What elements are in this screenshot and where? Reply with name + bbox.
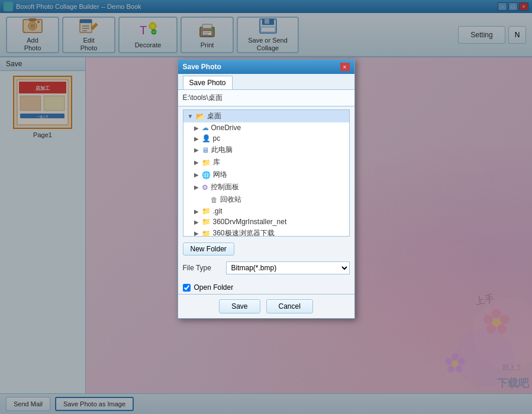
open-folder-row: Open Folder bbox=[178, 281, 354, 294]
dialog-form: File Type Bitmap(*.bmp) JPEG(*.jpg) PNG(… bbox=[178, 258, 354, 281]
tree-item-git[interactable]: ▶ 📁 .git bbox=[183, 206, 349, 216]
tree-label-360drv: 360DrvMgrInstaller_net bbox=[213, 218, 287, 226]
folder-control-icon: ⚙ bbox=[202, 183, 208, 192]
file-type-label: File Type bbox=[183, 264, 221, 272]
folder-network-icon: 🌐 bbox=[202, 171, 211, 179]
save-photo-dialog: Save Photo × Save Photo E:\tools\桌面 ▼ 📂 … bbox=[178, 59, 355, 319]
file-type-select[interactable]: Bitmap(*.bmp) JPEG(*.jpg) PNG(*.png) GIF… bbox=[226, 261, 350, 274]
folder-library-icon: 📁 bbox=[202, 159, 211, 167]
folder-360-icon: 📁 bbox=[202, 218, 211, 226]
tree-item-desktop[interactable]: ▼ 📂 桌面 bbox=[183, 110, 349, 122]
tree-item-360drv[interactable]: ▶ 📁 360DrvMgrInstaller_net bbox=[183, 216, 349, 227]
file-type-row: File Type Bitmap(*.bmp) JPEG(*.jpg) PNG(… bbox=[183, 261, 350, 274]
dialog-new-folder-row: New Folder bbox=[178, 240, 354, 258]
folder-user-icon: 👤 bbox=[202, 134, 211, 143]
tree-label-git: .git bbox=[213, 207, 223, 215]
tree-item-this-pc[interactable]: ▶ 🖥 此电脑 bbox=[183, 144, 349, 156]
tree-label-recycle: 回收站 bbox=[220, 195, 241, 205]
expand-icon: ▶ bbox=[192, 124, 201, 132]
new-folder-button[interactable]: New Folder bbox=[183, 242, 234, 255]
folder-open-icon: 📂 bbox=[196, 112, 205, 121]
expand-icon: ▶ bbox=[192, 218, 201, 226]
tree-label-control-panel: 控制面板 bbox=[211, 182, 239, 192]
expand-icon: ▶ bbox=[192, 146, 201, 154]
tree-item-pc[interactable]: ▶ 👤 pc bbox=[183, 133, 349, 144]
tree-item-control-panel[interactable]: ▶ ⚙ 控制面板 bbox=[183, 181, 349, 193]
expand-icon: ▶ bbox=[192, 134, 201, 143]
folder-cloud-icon: ☁ bbox=[202, 124, 209, 132]
tree-item-onedrive[interactable]: ▶ ☁ OneDrive bbox=[183, 122, 349, 133]
dialog-close-button[interactable]: × bbox=[340, 63, 350, 71]
tree-label-360browser: 360极速浏览器下载 bbox=[213, 228, 275, 237]
tree-label-this-pc: 此电脑 bbox=[211, 145, 233, 155]
expand-icon: ▶ bbox=[192, 159, 201, 167]
tree-item-360browser[interactable]: ▶ 📁 360极速浏览器下载 bbox=[183, 227, 349, 237]
dialog-titlebar: Save Photo × bbox=[178, 60, 354, 74]
dialog-footer: Save Cancel bbox=[178, 294, 354, 318]
cancel-button[interactable]: Cancel bbox=[266, 299, 313, 313]
tree-label-network: 网络 bbox=[213, 170, 227, 180]
tree-label-pc: pc bbox=[213, 134, 221, 143]
tree-item-library[interactable]: ▶ 📁 库 bbox=[183, 156, 349, 169]
dialog-title: Save Photo bbox=[183, 63, 340, 71]
expand-icon: ▶ bbox=[192, 229, 201, 237]
tree-item-recycle[interactable]: 🗑 回收站 bbox=[183, 193, 349, 206]
tree-label-onedrive: OneDrive bbox=[211, 124, 241, 132]
folder-git-icon: 📁 bbox=[202, 207, 211, 215]
dialog-file-tree[interactable]: ▼ 📂 桌面 ▶ ☁ OneDrive ▶ 👤 pc ▶ 🖥 此电脑 bbox=[183, 109, 350, 237]
expand-icon: ▶ bbox=[192, 171, 201, 179]
save-button[interactable]: Save bbox=[219, 299, 260, 313]
dialog-path: E:\tools\桌面 bbox=[178, 90, 354, 106]
dialog-tab-save[interactable]: Save Photo bbox=[183, 76, 233, 89]
folder-computer-icon: 🖥 bbox=[202, 146, 209, 154]
expand-icon: ▶ bbox=[192, 183, 201, 192]
open-folder-checkbox[interactable] bbox=[183, 284, 191, 292]
modal-overlay: Save Photo × Save Photo E:\tools\桌面 ▼ 📂 … bbox=[0, 0, 532, 414]
expand-icon: ▶ bbox=[192, 207, 201, 215]
expand-icon: ▼ bbox=[186, 112, 195, 121]
folder-360b-icon: 📁 bbox=[202, 229, 211, 237]
tree-label-library: 库 bbox=[213, 157, 220, 167]
dialog-tab-bar: Save Photo bbox=[178, 74, 354, 90]
tree-label-desktop: 桌面 bbox=[207, 111, 221, 121]
tree-item-network[interactable]: ▶ 🌐 网络 bbox=[183, 169, 349, 181]
folder-recycle-icon: 🗑 bbox=[211, 196, 218, 204]
open-folder-label: Open Folder bbox=[194, 283, 234, 292]
expand-icon bbox=[201, 196, 209, 204]
